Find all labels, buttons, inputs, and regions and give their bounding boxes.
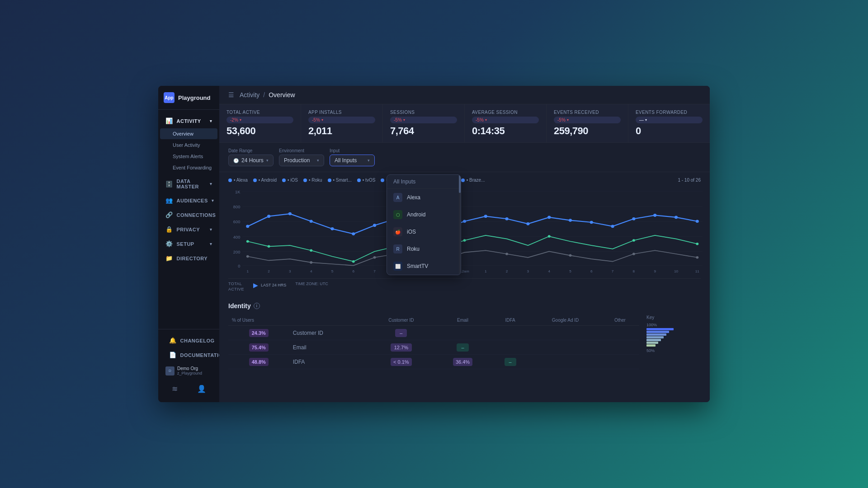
- svg-text:11: 11: [695, 269, 700, 273]
- dropdown-item-ios[interactable]: 🍎 iOS: [387, 223, 461, 240]
- key-bar-3: [646, 333, 666, 336]
- environment-label: Environment: [279, 148, 324, 153]
- sidebar-logo[interactable]: App Playground: [158, 86, 219, 110]
- dropdown-item-roku[interactable]: R Roku: [387, 240, 461, 258]
- row3-other: [601, 355, 639, 369]
- menu-icon[interactable]: ☰: [228, 91, 234, 99]
- stat-events-received: Events Received -5% ▾ 259,790: [547, 104, 628, 142]
- sidebar-item-activity[interactable]: 📊 Activity ▾: [160, 114, 217, 128]
- stat-app-installs: App Installs -5% ▾ 2,011: [301, 104, 383, 142]
- smarttv-label: SmartTV: [407, 263, 428, 269]
- date-range-select[interactable]: 🕐 24 Hours ▾: [228, 155, 274, 166]
- svg-point-14: [288, 212, 292, 216]
- analytics-icon[interactable]: ≋: [170, 383, 179, 395]
- alexa-label: Alexa: [407, 194, 420, 201]
- org-item[interactable]: D Demo Org z_Playground: [162, 362, 216, 379]
- svg-point-36: [310, 249, 312, 252]
- activity-icon: 📊: [165, 117, 173, 124]
- svg-text:4: 4: [548, 269, 550, 273]
- svg-text:800: 800: [233, 205, 241, 209]
- chart-legend: • Alexa • Android • iOS • Roku: [228, 178, 701, 183]
- sidebar-item-data-master[interactable]: 🗄️ Data Master ▾: [160, 175, 217, 193]
- identity-info-icon[interactable]: i: [254, 303, 260, 309]
- sidebar-item-privacy[interactable]: 🔒 Privacy ▾: [160, 222, 217, 236]
- sidebar-footer-icons: ≋ 👤: [162, 379, 216, 399]
- environment-select[interactable]: Production ▾: [279, 155, 324, 166]
- svg-point-23: [484, 215, 487, 218]
- svg-point-41: [632, 239, 635, 242]
- row1-google: [530, 326, 601, 340]
- dropdown-all-inputs[interactable]: All Inputs: [387, 175, 461, 189]
- sidebar-sub-item-user-activity[interactable]: User Activity: [160, 140, 217, 150]
- changelog-icon: 🔔: [169, 337, 177, 344]
- input-select[interactable]: All Inputs ▾: [330, 155, 375, 166]
- environment-value: Production: [284, 157, 310, 164]
- changelog-label: Changelog: [180, 338, 215, 343]
- svg-point-43: [246, 255, 249, 258]
- ios-icon: 🍎: [393, 227, 402, 236]
- dropdown-item-alexa[interactable]: A Alexa: [387, 189, 461, 206]
- stat-total-active-label: Total Active: [226, 110, 293, 115]
- svg-text:4: 4: [310, 269, 312, 273]
- svg-point-35: [268, 245, 270, 248]
- sidebar-item-directory[interactable]: 📁 Directory: [160, 251, 217, 265]
- row3-google: [530, 355, 601, 369]
- breadcrumb: Activity / Overview: [240, 91, 295, 99]
- input-label: Input: [330, 148, 375, 153]
- dropdown-item-smarttv[interactable]: ⬜ SmartTV: [387, 258, 461, 275]
- sidebar-item-documentation[interactable]: 📄 Documentation: [164, 348, 214, 362]
- event-forwarding-label: Event Forwarding: [173, 165, 212, 170]
- play-button[interactable]: ▶: [253, 282, 258, 289]
- sidebar-item-connections[interactable]: 🔗 Connections ▾: [160, 208, 217, 222]
- sidebar-item-changelog[interactable]: 🔔 Changelog: [164, 333, 214, 347]
- svg-text:3: 3: [289, 269, 291, 273]
- stat-avg-session-badge[interactable]: -5% ▾: [472, 117, 539, 123]
- row2-pct: 75.4%: [228, 340, 289, 355]
- stat-events-received-badge[interactable]: -5% ▾: [554, 117, 621, 123]
- svg-point-44: [310, 261, 312, 264]
- filter-date-range: Date Range 🕐 24 Hours ▾: [228, 148, 274, 166]
- svg-point-12: [246, 225, 249, 228]
- profile-icon[interactable]: 👤: [195, 383, 208, 395]
- svg-text:400: 400: [233, 235, 241, 239]
- stat-events-received-label: Events Received: [554, 110, 621, 115]
- sidebar-activity-label: Activity: [177, 118, 201, 124]
- chart-svg: 1K 800 600 400 200 0: [226, 186, 703, 277]
- legend-dot-smart: [328, 178, 331, 182]
- documentation-icon: 📄: [169, 352, 177, 358]
- svg-text:200: 200: [233, 250, 241, 254]
- svg-point-47: [505, 253, 508, 255]
- legend-dot-android: [253, 178, 257, 182]
- table-row: 75.4% Email 12.7% –: [228, 340, 639, 355]
- svg-point-28: [590, 221, 593, 224]
- filter-input: Input All Inputs ▾: [330, 148, 375, 166]
- svg-text:6: 6: [353, 269, 355, 273]
- org-avatar: D: [165, 366, 175, 375]
- stats-bar: Total Active -2% ▾ 53,600 App Installs -…: [219, 104, 710, 143]
- sidebar-title: Playground: [178, 94, 211, 101]
- dropdown-item-android[interactable]: ⬡ Android: [387, 206, 461, 223]
- data-master-label: Data Master: [177, 178, 206, 189]
- sidebar-sub-item-system-alerts[interactable]: System Alerts: [160, 151, 217, 162]
- svg-text:6: 6: [590, 269, 593, 273]
- breadcrumb-activity[interactable]: Activity: [240, 91, 259, 99]
- row1-idfa: [491, 326, 530, 340]
- stat-app-installs-badge[interactable]: -5% ▾: [308, 117, 375, 123]
- legend-android: • Android: [253, 178, 277, 183]
- sidebar-item-audiences[interactable]: 👥 Audiences ▾: [160, 193, 217, 207]
- stat-sessions-badge[interactable]: -5% ▾: [390, 117, 457, 123]
- col-email: Email: [435, 315, 491, 326]
- svg-text:9: 9: [654, 269, 656, 273]
- org-info: Demo Org z_Playground: [177, 366, 202, 375]
- sidebar-sub-item-event-forwarding[interactable]: Event Forwarding: [160, 162, 217, 173]
- stat-events-forwarded-badge[interactable]: — ▾: [636, 117, 703, 123]
- stat-app-installs-label: App Installs: [308, 110, 375, 115]
- stat-total-active-badge[interactable]: -2% ▾: [226, 117, 293, 123]
- dropdown-scrollbar[interactable]: [459, 175, 461, 275]
- chart-pagination: 1 - 10 of 26: [678, 178, 701, 183]
- svg-text:2: 2: [268, 269, 270, 273]
- key-bar-4: [646, 336, 664, 338]
- sidebar-item-setup[interactable]: ⚙️ Setup ▾: [160, 237, 217, 251]
- sidebar-sub-item-overview[interactable]: Overview: [160, 128, 217, 139]
- svg-point-13: [267, 215, 270, 218]
